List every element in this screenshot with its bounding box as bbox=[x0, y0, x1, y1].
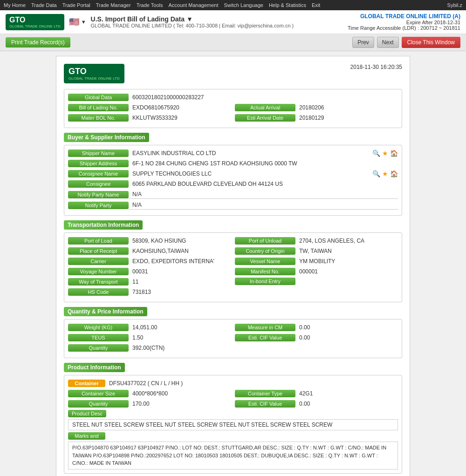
measure-col: Measure in CM 0.00 bbox=[235, 323, 398, 333]
port-unload-row: Port of Unload 2704, LOS ANGELES, CA bbox=[235, 237, 398, 245]
nav-switch-language[interactable]: Switch Language bbox=[224, 2, 263, 8]
flag-icon: 🇺🇸 bbox=[69, 17, 79, 27]
prev-button-top[interactable]: Prev bbox=[352, 37, 374, 48]
manifest-row: Manifest No. 000001 bbox=[235, 267, 398, 276]
nav-trade-tools[interactable]: Trade Tools bbox=[137, 2, 163, 8]
shipper-name-icons: 🔍 ★ 🏠 bbox=[370, 150, 398, 157]
prod-qty-label: Quantity bbox=[68, 400, 129, 408]
nav-menu-items: My Home Trade Data Trade Portal Trade Ma… bbox=[4, 2, 320, 8]
teus-col: TEUS 1.50 bbox=[68, 333, 231, 344]
next-button-top[interactable]: Next bbox=[377, 37, 399, 48]
prod-cif-value: 0.00 bbox=[295, 400, 398, 408]
hs-code-label: HS Code bbox=[68, 288, 129, 296]
actual-arrival-value: 20180206 bbox=[295, 103, 398, 112]
nav-account-management[interactable]: Account Management bbox=[169, 2, 219, 8]
master-bol-label: Mater BOL No. bbox=[68, 114, 129, 122]
doc-logo-text: GTO bbox=[69, 67, 87, 76]
marks-label: Marks and bbox=[68, 432, 105, 440]
qty-label: Quantity bbox=[68, 344, 129, 352]
consignee-star-icon[interactable]: ★ bbox=[382, 170, 388, 177]
esti-arrival-row: Esti Arrival Date 20180129 bbox=[235, 114, 398, 122]
notify-party-name-row: Notify Party Name N/A bbox=[68, 190, 398, 199]
nav-exit[interactable]: Exit bbox=[312, 2, 320, 8]
global-data-row: Global Data 60032018021000000283227 bbox=[68, 93, 398, 102]
container-size-value: 4000*806*800 bbox=[129, 389, 231, 398]
product-desc-value: STEEL NUT STEEL SCREW STEEL NUT STEEL SC… bbox=[68, 419, 398, 430]
buyer-supplier-box: Shipper Name EASYLINK INDUSTRIAL CO LTD … bbox=[64, 145, 402, 216]
place-receipt-row: Place of Receipt KAOHSIUNG,TAIWAN bbox=[68, 247, 231, 255]
consignee-name-icons: 🔍 ★ 🏠 bbox=[370, 170, 398, 177]
carrier-value: EXDO, EXPEDITORS INTERNA' bbox=[129, 257, 231, 265]
logo-sub: GLOBAL TRADE ONLINE LTD bbox=[9, 24, 61, 28]
buyer-supplier-header: Buyer & Supplier Information bbox=[64, 133, 149, 142]
home-icon[interactable]: 🏠 bbox=[390, 150, 398, 157]
close-button-top[interactable]: Close This Window bbox=[402, 37, 460, 48]
origin-col: Country of Origin TW, TAIWAN bbox=[235, 247, 398, 257]
quantity-section: Quantity & Price Information Weight (KG)… bbox=[64, 307, 402, 358]
bol-value: EXDO6810675920 bbox=[129, 103, 231, 112]
notify-party-label: Notify Party bbox=[68, 202, 129, 209]
print-button-top[interactable]: Print Trade Record(s) bbox=[6, 37, 70, 48]
port-load-col: Port of Load 58309, KAO HSIUNG bbox=[68, 237, 231, 247]
port-row: Port of Load 58309, KAO HSIUNG Port of U… bbox=[68, 237, 398, 247]
voyage-col: Voyage Number 00031 bbox=[68, 267, 231, 278]
nav-help-statistics[interactable]: Help & Statistics bbox=[269, 2, 306, 8]
teus-cif-row: TEUS 1.50 Esti. CIF Value 0.00 bbox=[68, 333, 398, 344]
port-load-label: Port of Load bbox=[68, 237, 129, 245]
prod-qty-row: Quantity 170.00 bbox=[68, 400, 231, 408]
nav-my-home[interactable]: My Home bbox=[4, 2, 26, 8]
weight-col: Weight (KG) 14,051.00 bbox=[68, 323, 231, 333]
document: GTO GLOBAL TRADE ONLINE LTD 2018-11-30 1… bbox=[56, 56, 410, 476]
doc-logo-sub-text: GLOBAL TRADE ONLINE LTD bbox=[69, 76, 120, 81]
consignee-home-icon[interactable]: 🏠 bbox=[390, 170, 398, 177]
weight-value: 14,051.00 bbox=[129, 323, 231, 332]
nav-trade-portal[interactable]: Trade Portal bbox=[62, 2, 90, 8]
carrier-row: Carrier EXDO, EXPEDITORS INTERNA' bbox=[68, 257, 231, 265]
vessel-col: Vessel Name YM MOBILITY bbox=[235, 257, 398, 267]
notify-party-name-value: N/A bbox=[129, 190, 398, 199]
container-type-label: Container Type bbox=[235, 390, 295, 397]
shipper-name-value: EASYLINK INDUSTRIAL CO LTD bbox=[129, 149, 370, 157]
vessel-label: Vessel Name bbox=[235, 258, 295, 265]
search-icon[interactable]: 🔍 bbox=[372, 150, 380, 157]
actual-arrival-row: Actual Arrival 20180206 bbox=[235, 103, 398, 112]
product-section: Product Information Container DFSU437702… bbox=[64, 363, 402, 474]
nav-trade-manager[interactable]: Trade Manager bbox=[96, 2, 131, 8]
container-tag: Container bbox=[68, 380, 105, 387]
global-data-label: Global Data bbox=[68, 94, 129, 101]
cif-col: Esti. CIF Value 0.00 bbox=[235, 333, 398, 344]
header-title-area: U.S. Import Bill of Lading Data ▼ GLOBAL… bbox=[91, 15, 294, 28]
teus-row: TEUS 1.50 bbox=[68, 333, 231, 342]
qty-value: 392.00(CTN) bbox=[129, 344, 398, 352]
container-size-type-row: Container Size 4000*806*800 Container Ty… bbox=[68, 389, 398, 400]
prod-qty-col: Quantity 170.00 bbox=[68, 400, 231, 410]
buyer-supplier-section: Buyer & Supplier Information Shipper Nam… bbox=[64, 133, 402, 216]
shipper-address-value: 6F-1 NO 284 CHUNG CHENG 1ST ROAD KAOHSIU… bbox=[129, 159, 398, 168]
manifest-value: 000001 bbox=[295, 267, 398, 276]
in-bond-label: In-bond Entry bbox=[235, 278, 295, 285]
carrier-vessel-row: Carrier EXDO, EXPEDITORS INTERNA' Vessel… bbox=[68, 257, 398, 267]
consignee-value: 6065 PARKLAND BOULEVARD CLEVELAND OH 441… bbox=[129, 180, 398, 188]
container-size-row: Container Size 4000*806*800 bbox=[68, 389, 231, 398]
shipper-address-row: Shipper Address 6F-1 NO 284 CHUNG CHENG … bbox=[68, 159, 398, 168]
transportation-box: Port of Load 58309, KAO HSIUNG Port of U… bbox=[64, 232, 402, 302]
weight-label: Weight (KG) bbox=[68, 324, 129, 331]
quantity-box: Weight (KG) 14,051.00 Measure in CM 0.00 bbox=[64, 319, 402, 358]
container-type-col: Container Type 42G1 bbox=[235, 389, 398, 400]
nav-trade-data[interactable]: Trade Data bbox=[31, 2, 57, 8]
bol-label: Bill of Lading No. bbox=[68, 104, 129, 111]
port-unload-label: Port of Unload bbox=[235, 237, 295, 245]
star-icon[interactable]: ★ bbox=[382, 150, 388, 157]
consignee-search-icon[interactable]: 🔍 bbox=[372, 170, 380, 177]
nav-user: Sybil.z bbox=[447, 2, 462, 8]
master-bol-row: Mater BOL No. KKLUTW3533329 Esti Arrival… bbox=[68, 114, 398, 124]
esti-arrival-label: Esti Arrival Date bbox=[235, 114, 295, 122]
flag-dropdown[interactable]: ▼ bbox=[81, 19, 86, 25]
bol-col-right: Actual Arrival 20180206 bbox=[235, 103, 398, 114]
country-origin-label: Country of Origin bbox=[235, 247, 295, 255]
container-type-value: 42G1 bbox=[295, 389, 398, 398]
manifest-col: Manifest No. 000001 bbox=[235, 267, 398, 278]
prod-cif-col: Esti. CIF Value 0.00 bbox=[235, 400, 398, 410]
shipper-address-label: Shipper Address bbox=[68, 160, 129, 167]
in-bond-value bbox=[295, 280, 398, 282]
